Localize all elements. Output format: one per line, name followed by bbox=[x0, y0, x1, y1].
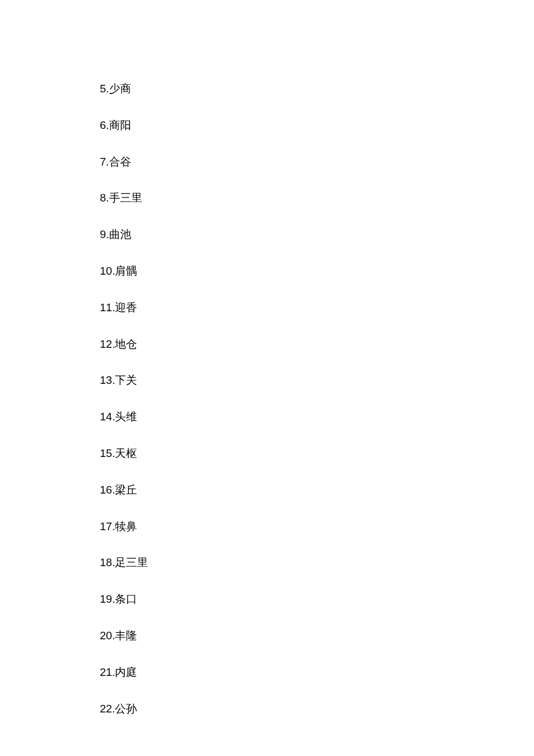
item-number: 8 bbox=[100, 192, 106, 204]
list-item: 19.条口 bbox=[100, 593, 534, 606]
list-item: 20.丰隆 bbox=[100, 629, 534, 643]
list-container: 5.少商 6.商阳 7.合谷 8.手三里 9.曲池 10.肩髃 11.迎香 12… bbox=[100, 82, 534, 715]
item-number: 12 bbox=[100, 338, 112, 350]
item-name: 公孙 bbox=[115, 703, 137, 715]
item-number: 17 bbox=[100, 520, 112, 532]
list-item: 13.下关 bbox=[100, 374, 534, 387]
list-item: 22.公孙 bbox=[100, 703, 534, 716]
item-number: 7 bbox=[100, 156, 106, 168]
item-name: 内庭 bbox=[115, 666, 137, 678]
list-item: 15.天枢 bbox=[100, 447, 534, 460]
list-item: 21.内庭 bbox=[100, 666, 534, 679]
item-name: 地仓 bbox=[115, 338, 137, 350]
item-number: 15 bbox=[100, 447, 112, 459]
item-number: 5 bbox=[100, 82, 106, 95]
item-number: 19 bbox=[100, 593, 112, 605]
item-number: 20 bbox=[100, 629, 112, 642]
item-name: 丰隆 bbox=[115, 629, 137, 642]
item-number: 11 bbox=[100, 301, 112, 314]
item-name: 肩髃 bbox=[115, 265, 137, 277]
item-number: 6 bbox=[100, 119, 106, 131]
list-item: 5.少商 bbox=[100, 82, 534, 96]
item-number: 22 bbox=[100, 703, 112, 715]
list-item: 7.合谷 bbox=[100, 156, 534, 169]
item-number: 21 bbox=[100, 666, 112, 678]
list-item: 12.地仓 bbox=[100, 338, 534, 351]
item-name: 条口 bbox=[115, 593, 137, 605]
list-item: 18.足三里 bbox=[100, 556, 534, 570]
item-name: 头维 bbox=[115, 411, 137, 423]
item-name: 足三里 bbox=[115, 556, 148, 568]
item-name: 天枢 bbox=[115, 447, 137, 459]
item-name: 犊鼻 bbox=[115, 520, 137, 532]
item-name: 曲池 bbox=[109, 228, 131, 240]
item-name: 商阳 bbox=[109, 119, 131, 131]
item-name: 手三里 bbox=[109, 192, 142, 204]
item-name: 梁丘 bbox=[115, 484, 137, 496]
list-item: 10.肩髃 bbox=[100, 265, 534, 278]
item-name: 迎香 bbox=[115, 301, 137, 314]
list-item: 6.商阳 bbox=[100, 119, 534, 132]
item-name: 下关 bbox=[115, 374, 137, 386]
item-number: 14 bbox=[100, 411, 112, 423]
list-item: 14.头维 bbox=[100, 411, 534, 424]
list-item: 11.迎香 bbox=[100, 301, 534, 315]
list-item: 8.手三里 bbox=[100, 192, 534, 205]
list-item: 17.犊鼻 bbox=[100, 520, 534, 534]
item-number: 18 bbox=[100, 556, 112, 568]
item-number: 16 bbox=[100, 484, 112, 496]
item-number: 10 bbox=[100, 265, 112, 277]
item-number: 13 bbox=[100, 374, 112, 386]
item-name: 合谷 bbox=[109, 156, 131, 168]
item-number: 9 bbox=[100, 228, 106, 240]
list-item: 9.曲池 bbox=[100, 228, 534, 242]
list-item: 16.梁丘 bbox=[100, 484, 534, 497]
item-name: 少商 bbox=[109, 82, 131, 95]
